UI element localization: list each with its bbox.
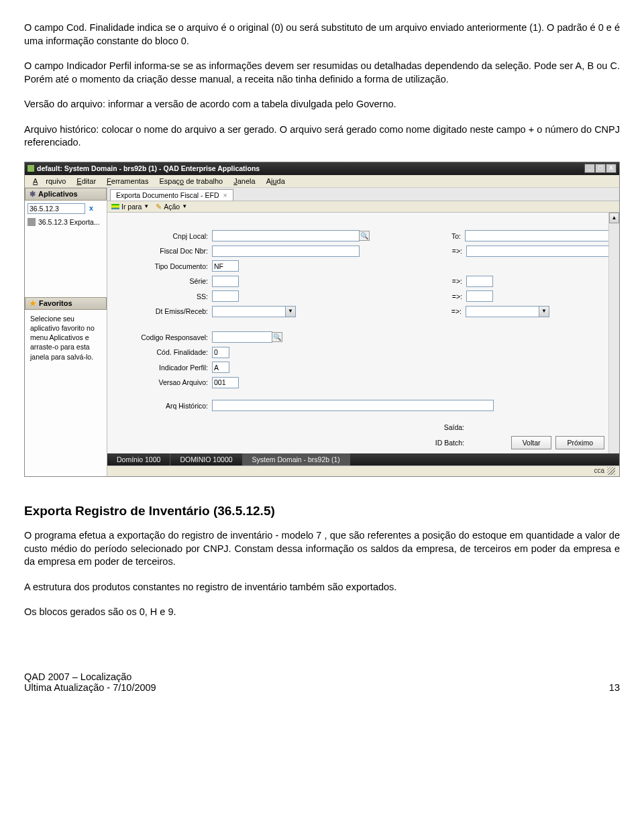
cnpj-to-input[interactable]: [465, 230, 612, 241]
fiscal-doc-input[interactable]: [212, 245, 360, 257]
lookup-icon[interactable]: 🔍: [272, 332, 282, 342]
cnpj-local-input[interactable]: [212, 230, 360, 241]
label-arq-historico: Arq Histórico:: [113, 402, 212, 410]
main-area: Exporta Documento Fiscal - EFD × Ir para…: [107, 188, 619, 476]
program-icon: [28, 218, 36, 226]
irpara-label: Ir para: [121, 203, 142, 211]
sidebar: ✱ Aplicativos x 36.5.12.3 Exporta... ★: [25, 188, 107, 476]
codigo-resp-input[interactable]: [212, 331, 272, 343]
status-system-domain[interactable]: System Domain - brs92b (1): [243, 453, 350, 466]
sidebar-aplicativos-head[interactable]: ✱ Aplicativos: [25, 188, 107, 201]
paragraph: O programa efetua a exportação do regist…: [24, 529, 620, 569]
label-cnpj-local: Cnpj Local:: [113, 232, 212, 240]
star-icon: ★: [30, 299, 36, 308]
gear-icon: ✱: [30, 190, 36, 199]
dt-emiss-input[interactable]: [212, 306, 286, 317]
irpara-button[interactable]: Ir para ▼: [111, 203, 149, 211]
label-fiscal-doc: Fiscal Doc Nbr:: [113, 247, 212, 255]
footer-line2: Ultima Atualização - 7/10/2009: [24, 682, 156, 693]
serie-input[interactable]: [212, 276, 239, 287]
sidebar-item-exporta[interactable]: 36.5.12.3 Exporta...: [28, 217, 104, 227]
minimize-button[interactable]: _: [584, 164, 595, 173]
ss-to-input[interactable]: [466, 290, 493, 302]
close-button[interactable]: X: [606, 164, 616, 173]
tab-label: Exporta Documento Fiscal - EFD: [116, 191, 219, 199]
acao-label: Ação: [164, 203, 180, 211]
label-eq: =>:: [411, 292, 466, 300]
tipo-doc-input[interactable]: [212, 260, 239, 272]
voltar-button[interactable]: Voltar: [511, 436, 552, 449]
chevron-down-icon: ▼: [144, 203, 149, 209]
menu-arquivo[interactable]: Arquivo: [29, 176, 70, 186]
menu-editar[interactable]: Editar: [72, 176, 100, 186]
label-cod-finalidade: Cód. Finalidade:: [113, 348, 212, 356]
label-codigo-resp: Codigo Responsavel:: [113, 333, 212, 341]
lookup-icon[interactable]: 🔍: [359, 231, 370, 241]
sidebar-head-label: Favoritos: [39, 299, 72, 307]
label-eq: =>:: [411, 247, 466, 255]
sidebar-favoritos-head[interactable]: ★ Favoritos: [25, 297, 107, 310]
label-id-batch: ID Batch:: [113, 439, 468, 447]
indicador-perfil-input[interactable]: [212, 362, 229, 373]
label-dt-emiss: Dt Emiss/Receb:: [113, 307, 212, 315]
favoritos-hint: Selecione seu aplicativo favorito no men…: [25, 310, 107, 366]
tab-exporta-efd[interactable]: Exporta Documento Fiscal - EFD ×: [110, 189, 233, 201]
acao-button[interactable]: ✎ Ação ▼: [156, 203, 187, 211]
vertical-scrollbar[interactable]: ▲: [608, 213, 619, 453]
arq-historico-input[interactable]: [212, 400, 494, 411]
paragraph: A estrutura dos produtos constantes no r…: [24, 581, 620, 594]
section-heading: Exporta Registro de Inventário (36.5.12.…: [24, 504, 620, 518]
sidebar-search-input[interactable]: [28, 203, 85, 214]
menu-ajuda[interactable]: Ajuda: [262, 176, 289, 186]
flag-icon: [111, 204, 119, 209]
serie-to-input[interactable]: [466, 276, 493, 287]
chevron-down-icon: ▼: [182, 203, 187, 209]
paragraph: Arquivo histórico: colocar o nome do arq…: [24, 123, 620, 150]
sidebar-item-label: 36.5.12.3 Exporta...: [38, 218, 100, 226]
app-icon: [28, 165, 34, 172]
footer-line1: QAD 2007 – Localização: [24, 671, 156, 682]
sidebar-head-label: Aplicativos: [38, 190, 78, 198]
window-titlebar: default: System Domain - brs92b (1) - QA…: [25, 162, 619, 175]
resize-grip-icon[interactable]: [607, 467, 615, 475]
fiscal-doc-to-input[interactable]: [466, 245, 614, 257]
maximize-button[interactable]: □: [595, 164, 606, 173]
versao-arquivo-input[interactable]: [212, 377, 239, 388]
menu-espaco[interactable]: Espaço de trabalho: [155, 176, 227, 186]
scroll-up-icon[interactable]: ▲: [609, 213, 619, 223]
form-area: ▲ Cnpj Local: 🔍 To: Fiscal Doc Nbr:: [107, 213, 619, 453]
ss-input[interactable]: [212, 290, 239, 302]
label-eq: =>:: [411, 307, 466, 315]
label-to: To:: [410, 232, 465, 240]
status-dominio10000[interactable]: DOMINIO 10000: [170, 453, 242, 466]
proximo-button[interactable]: Próximo: [555, 436, 604, 449]
paragraph: Os blocos gerados são os 0, H e 9.: [24, 606, 620, 619]
status-dominio1000[interactable]: Domínio 1000: [107, 453, 170, 466]
statusbar: Domínio 1000 DOMINIO 10000 System Domain…: [107, 453, 619, 466]
tab-close-icon[interactable]: ×: [223, 191, 227, 199]
page-number: 13: [609, 682, 620, 693]
label-serie: Série:: [113, 277, 212, 285]
date-picker-icon[interactable]: ▼: [286, 306, 296, 317]
toolbar: Ir para ▼ ✎ Ação ▼: [107, 201, 619, 213]
cod-finalidade-input[interactable]: [212, 347, 229, 358]
date-picker-icon[interactable]: ▼: [539, 306, 549, 317]
statusbar-lower: cca: [107, 466, 619, 476]
wand-icon: ✎: [156, 203, 162, 211]
window-title: default: System Domain - brs92b (1) - QA…: [37, 164, 584, 172]
menu-janela[interactable]: Janela: [229, 176, 259, 186]
paragraph: O campo Indicador Perfil informa-se se a…: [24, 60, 620, 86]
label-eq: =>:: [411, 277, 466, 285]
label-tipo-doc: Tipo Documento:: [113, 262, 212, 270]
label-saida: Saída:: [113, 423, 468, 431]
paragraph: Versão do arquivo: informar a versão de …: [24, 98, 620, 111]
page-footer: QAD 2007 – Localização Ultima Atualizaçã…: [0, 671, 644, 704]
sidebar-search-clear[interactable]: x: [87, 204, 96, 213]
dt-emiss-to-input[interactable]: [466, 306, 539, 317]
label-indicador-perfil: Indicador Perfil:: [113, 364, 212, 372]
status-user: cca: [594, 467, 604, 474]
menu-ferramentas[interactable]: Ferramentas: [103, 176, 152, 186]
tab-bar: Exporta Documento Fiscal - EFD ×: [107, 188, 619, 201]
app-window: default: System Domain - brs92b (1) - QA…: [24, 162, 620, 477]
label-versao-arquivo: Versao Arquivo:: [113, 378, 212, 386]
